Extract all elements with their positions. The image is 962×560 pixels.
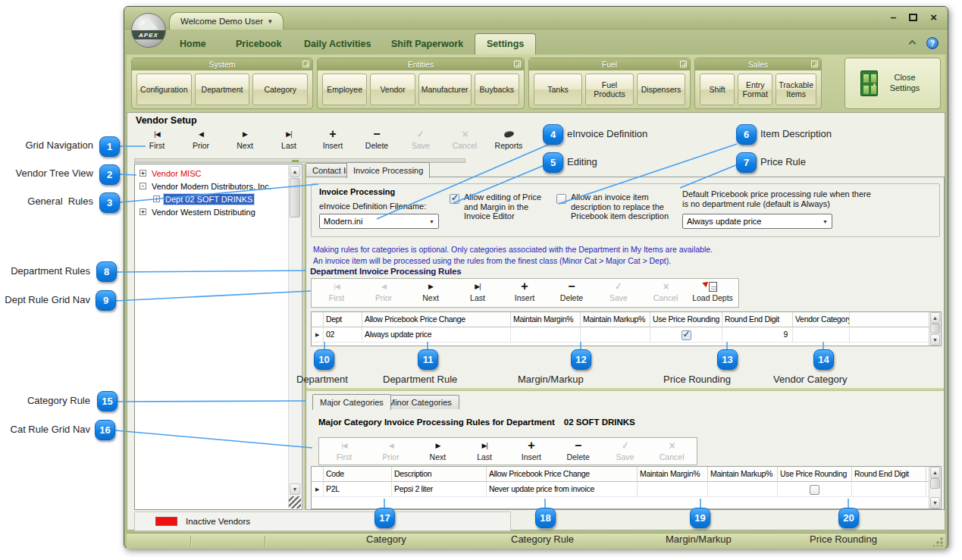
buybacks-button[interactable]: Buybacks — [475, 74, 519, 105]
ribbon-tab-daily-activities[interactable]: Daily Activities — [304, 39, 371, 49]
maximize-icon[interactable] — [909, 14, 917, 21]
tab-invoice-processing[interactable]: Invoice Processing — [346, 162, 430, 178]
scrollbar-thumb[interactable] — [930, 478, 940, 489]
column-header-description[interactable]: Description — [392, 467, 487, 482]
fuel-products-button[interactable]: Fuel Products — [585, 74, 634, 105]
delete-button[interactable]: −Delete — [555, 440, 602, 463]
ribbon-tab-home[interactable]: Home — [180, 39, 206, 49]
column-header-round-end-digit[interactable]: Round End Digit — [722, 312, 793, 327]
scrollbar-thumb[interactable] — [290, 178, 300, 217]
column-header-maintain-margin-[interactable]: Maintain Margin% — [511, 312, 581, 327]
cat-grid-scrollbar[interactable]: ▲ ▼ — [929, 467, 941, 508]
table-cell — [852, 482, 926, 497]
scroll-up-icon[interactable]: ▲ — [290, 166, 300, 177]
dept-grid-scrollbar[interactable]: ▲ ▼ — [929, 312, 941, 346]
help-icon[interactable]: ? — [926, 37, 938, 49]
table-row[interactable]: ▶02Always update price9 — [312, 327, 941, 343]
load-depts-button[interactable]: Load Depts — [689, 280, 736, 305]
scroll-up-icon[interactable]: ▲ — [930, 467, 940, 478]
dialog-launcher-icon[interactable] — [514, 61, 521, 67]
employee-button[interactable]: Employee — [322, 74, 367, 105]
column-header-allow-pricebook-price-change[interactable]: Allow Pricebook Price Change — [487, 467, 638, 482]
statusbar-resize-grip-icon[interactable] — [933, 537, 943, 546]
vendor-button[interactable]: Vendor — [370, 74, 415, 105]
insert-button[interactable]: +Insert — [501, 280, 548, 305]
tab-major-categories[interactable]: Major Categories — [312, 394, 391, 410]
tree-collapse-icon[interactable]: - — [139, 183, 146, 189]
use-price-rounding-checkbox[interactable] — [682, 330, 691, 340]
first-button[interactable]: |◀First — [135, 128, 179, 157]
column-header-round-end-digit[interactable]: Round End Digit — [852, 467, 926, 482]
minimize-icon[interactable]: – — [890, 12, 896, 23]
column-header-code[interactable]: Code — [324, 467, 392, 482]
collapse-ribbon-icon[interactable] — [906, 39, 918, 48]
tree-item[interactable]: -Vendor Modern Distributors. Inc. — [136, 180, 287, 192]
tree-item[interactable]: +Vendor Western Distributing — [136, 205, 287, 218]
manufacturer-button[interactable]: Manufacturer — [418, 74, 472, 105]
tree-expand-icon[interactable]: + — [153, 196, 160, 202]
last-button[interactable]: ▶|Last — [461, 440, 508, 463]
callout-label-20: Price Rounding — [810, 533, 877, 545]
last-button[interactable]: ▶|Last — [454, 280, 501, 305]
delete-button[interactable]: −Delete — [355, 128, 399, 157]
department-button[interactable]: Department — [195, 74, 250, 105]
resize-grip-icon[interactable] — [289, 496, 301, 508]
default-rule-combobox[interactable]: Always update price ▼ — [682, 214, 832, 229]
scroll-down-icon[interactable]: ▼ — [290, 483, 300, 495]
tree-item[interactable]: +Vendor MISC — [136, 167, 287, 180]
scroll-down-icon[interactable]: ▼ — [930, 497, 940, 508]
next-button[interactable]: ▶Next — [223, 128, 267, 157]
column-header-vendor-category[interactable]: Vendor Category — [793, 312, 850, 327]
column-header-dept[interactable]: Dept — [324, 312, 362, 327]
ribbon-group-title: System — [208, 60, 235, 69]
tree-scrollbar[interactable]: ▲ ▼ — [288, 165, 301, 508]
tree-item[interactable]: +Dept 02 SOFT DRINKS — [136, 192, 287, 205]
prior-button[interactable]: ◀Prior — [179, 128, 223, 157]
dialog-launcher-icon[interactable] — [811, 61, 818, 67]
close-icon[interactable]: × — [930, 11, 937, 23]
allow-editing-checkbox[interactable] — [450, 194, 459, 204]
table-row[interactable]: ▶P2LPepsi 2 literNever update price from… — [312, 482, 941, 497]
reports-button[interactable]: Reports — [487, 128, 531, 157]
scrollbar-thumb[interactable] — [930, 324, 940, 333]
einvoice-filename-combobox[interactable]: Modern.ini ▼ — [319, 214, 439, 229]
scroll-up-icon[interactable]: ▲ — [930, 312, 940, 324]
scroll-down-icon[interactable]: ▼ — [930, 334, 940, 346]
next-button[interactable]: ▶Next — [407, 280, 454, 305]
next-button[interactable]: ▶Next — [415, 440, 462, 463]
allow-description-checkbox[interactable] — [556, 194, 566, 204]
entry-format-button[interactable]: Entry Format — [738, 74, 772, 105]
column-header-allow-pricebook-price-change[interactable]: Allow Pricebook Price Change — [362, 312, 511, 327]
shift-button[interactable]: Shift — [700, 74, 735, 105]
insert-button[interactable]: +Insert — [508, 440, 555, 463]
tab-minor-categories[interactable]: Minor Categories — [381, 395, 459, 409]
ribbon-tab-shift-paperwork[interactable]: Shift Paperwork — [391, 39, 463, 49]
last-icon: ▶| — [475, 280, 480, 293]
configuration-button[interactable]: Configuration — [136, 74, 192, 105]
column-header-maintain-markup-[interactable]: Maintain Markup% — [708, 467, 778, 482]
dialog-launcher-icon[interactable] — [680, 61, 687, 67]
ribbon-tab-settings[interactable]: Settings — [475, 33, 536, 55]
dispensers-button[interactable]: Dispensers — [637, 74, 685, 105]
category-button[interactable]: Category — [252, 74, 308, 105]
ribbon-tab-pricebook[interactable]: Pricebook — [236, 39, 281, 49]
column-header-use-price-rounding[interactable]: Use Price Rounding — [650, 312, 722, 327]
column-header-use-price-rounding[interactable]: Use Price Rounding — [778, 467, 852, 482]
tree-expand-icon[interactable]: + — [139, 170, 146, 177]
delete-button[interactable]: −Delete — [548, 280, 595, 305]
trackable-items-button[interactable]: Trackable Items — [776, 74, 816, 105]
tree-expand-icon[interactable]: + — [139, 208, 146, 215]
column-header-maintain-margin-[interactable]: Maintain Margin% — [638, 467, 708, 482]
callout-label-18: Category Rule — [511, 533, 574, 545]
close-settings-button[interactable]: Close Settings — [885, 73, 926, 94]
callout-badge-1: 1 — [99, 136, 120, 157]
tanks-button[interactable]: Tanks — [534, 74, 582, 105]
callout-badge-15: 15 — [97, 391, 118, 411]
use-price-rounding-checkbox[interactable] — [810, 485, 819, 495]
last-button[interactable]: ▶|Last — [267, 128, 311, 157]
column-header-maintain-markup-[interactable]: Maintain Markup% — [581, 312, 650, 327]
dialog-launcher-icon[interactable] — [302, 61, 309, 67]
insert-button[interactable]: +Insert — [311, 128, 355, 157]
ribbon-group-title: Fuel — [602, 60, 617, 69]
user-menu[interactable]: Welcome Demo User ▾ — [169, 12, 284, 30]
